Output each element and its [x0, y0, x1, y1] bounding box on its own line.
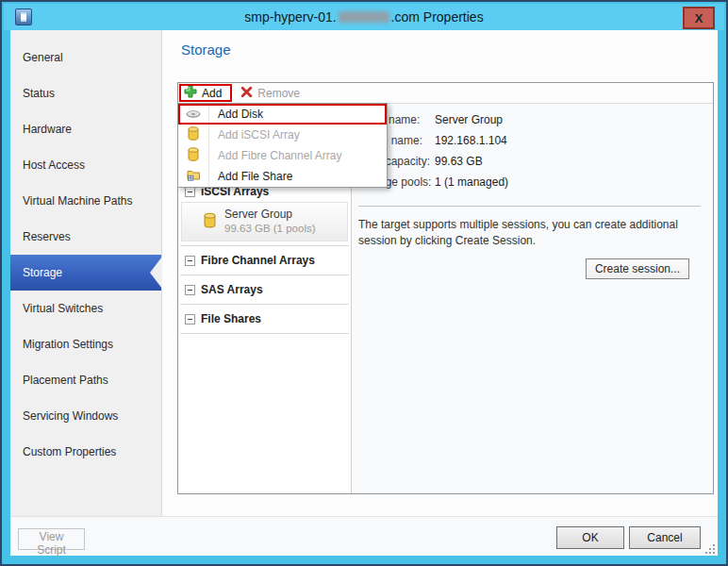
field-total-capacity: Total capacity: 99.63 GB: [358, 151, 713, 172]
storage-array-icon: [188, 147, 199, 165]
remove-x-icon: [240, 86, 253, 101]
collapse-icon[interactable]: [185, 187, 195, 197]
dialog-footer: View Script OK Cancel: [10, 516, 718, 556]
sidebar-item-virtual-switches[interactable]: Virtual Switches: [10, 291, 161, 326]
remove-button[interactable]: Remove: [235, 83, 306, 103]
cancel-button[interactable]: Cancel: [629, 526, 701, 549]
selected-item-notch: [150, 257, 162, 289]
multiple-sessions-note: The target supports multiple sessions, y…: [358, 217, 700, 250]
sidebar-item-reserves[interactable]: Reserves: [10, 219, 161, 255]
divider: [358, 206, 701, 207]
sidebar-item-migration-settings[interactable]: Migration Settings: [10, 326, 161, 362]
disk-icon: [186, 106, 201, 123]
screenshot-stage: smp-hyperv-01..com Properties X General …: [0, 0, 728, 566]
ok-button[interactable]: OK: [556, 526, 624, 549]
tree-group-file-shares[interactable]: File Shares: [180, 305, 349, 334]
properties-dialog: smp-hyperv-01..com Properties X General …: [0, 0, 728, 566]
tree-item-name: Server Group: [224, 208, 316, 222]
add-button[interactable]: Add: [178, 83, 227, 103]
view-script-button[interactable]: View Script: [18, 528, 85, 550]
sidebar-item-servicing-windows[interactable]: Servicing Windows: [10, 398, 161, 434]
array-details-pane: Array name: Server Group Portal name: 19…: [352, 104, 713, 493]
file-share-icon: [187, 168, 201, 185]
sidebar-item-storage[interactable]: Storage: [10, 255, 161, 291]
storage-array-icon: [188, 126, 199, 144]
redacted-text: [339, 11, 389, 23]
sidebar-item-general[interactable]: General: [10, 40, 161, 75]
storage-page: Storage Add: [162, 30, 718, 520]
menu-item-add-disk[interactable]: Add Disk: [178, 104, 387, 125]
tree-item-server-group[interactable]: Server Group 99.63 GB (1 pools): [181, 202, 348, 241]
window-title: smp-hyperv-01..com Properties: [244, 9, 483, 25]
field-portal-name: Portal name: 192.168.1.104: [358, 130, 713, 151]
collapse-icon[interactable]: [185, 256, 195, 266]
sidebar-item-virtual-machine-paths[interactable]: Virtual Machine Paths: [10, 183, 161, 219]
field-storage-pools: Storage pools: 1 (1 managed): [358, 172, 713, 192]
page-title: Storage: [181, 42, 231, 58]
title-bar[interactable]: smp-hyperv-01..com Properties X: [4, 4, 724, 30]
add-dropdown-menu: Add Disk Add iSCSI Array: [177, 103, 388, 188]
tree-group-fibre-channel-arrays[interactable]: Fibre Channel Arrays: [180, 246, 349, 275]
collapse-icon[interactable]: [185, 314, 195, 325]
collapse-icon[interactable]: [185, 285, 195, 295]
create-session-button[interactable]: Create session...: [586, 258, 689, 279]
sidebar-item-hardware[interactable]: Hardware: [10, 111, 161, 147]
sidebar: General Status Hardware Host Access Virt…: [10, 30, 162, 520]
menu-item-add-file-share[interactable]: Add File Share: [178, 166, 387, 187]
field-array-name: Array name: Server Group: [358, 109, 713, 130]
sidebar-item-host-access[interactable]: Host Access: [10, 147, 161, 183]
dialog-body: General Status Hardware Host Access Virt…: [10, 30, 718, 520]
resize-grip[interactable]: [703, 541, 716, 554]
add-plus-icon: [184, 85, 197, 101]
tree-group-sas-arrays[interactable]: SAS Arrays: [180, 275, 349, 305]
storage-toolbar: Add Remove: [178, 83, 713, 104]
sidebar-item-status[interactable]: Status: [10, 75, 161, 111]
close-button[interactable]: X: [683, 7, 715, 29]
sidebar-item-placement-paths[interactable]: Placement Paths: [10, 362, 161, 398]
menu-item-add-fibre-channel-array[interactable]: Add Fibre Channel Array: [178, 145, 387, 166]
menu-item-add-iscsi-array[interactable]: Add iSCSI Array: [178, 125, 387, 145]
app-icon: [15, 8, 32, 25]
storage-array-icon: [204, 212, 216, 232]
tree-item-detail: 99.63 GB (1 pools): [224, 222, 316, 235]
sidebar-item-custom-properties[interactable]: Custom Properties: [10, 434, 161, 470]
